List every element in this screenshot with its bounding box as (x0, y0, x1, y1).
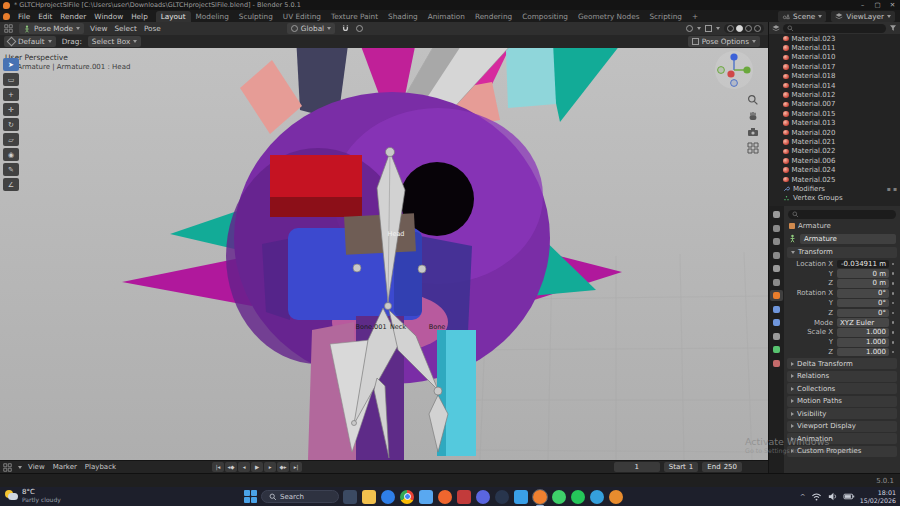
animate-property-button[interactable] (889, 351, 897, 354)
viewport-menu-item[interactable]: Pose (144, 24, 161, 33)
tool-button-annotate[interactable]: ✎ (3, 163, 19, 176)
properties-tab-modifiers[interactable] (770, 304, 783, 315)
workspace-tab[interactable]: Animation (423, 11, 470, 22)
menu-item[interactable]: Edit (34, 12, 56, 21)
viewlayer-selector[interactable]: ViewLayer (831, 11, 895, 22)
overlays-icon[interactable] (705, 25, 712, 32)
properties-search-input[interactable] (788, 210, 896, 219)
minimize-button[interactable]: – (855, 1, 870, 9)
animate-property-button[interactable] (889, 321, 897, 324)
visibility-toggles[interactable]: ▪▪ (887, 185, 897, 192)
close-button[interactable]: ✕ (885, 1, 900, 9)
transport-button[interactable]: ◂◆ (225, 462, 237, 472)
outliner-material-row[interactable]: Material.021 (783, 137, 900, 146)
outliner-material-row[interactable]: Material.020 (783, 128, 900, 137)
weather-widget[interactable]: 8°C Partly cloudy (5, 489, 61, 503)
workspace-tab[interactable]: Rendering (470, 11, 517, 22)
value-field[interactable]: -0.034911 m (837, 260, 889, 269)
workspace-tab[interactable]: Shading (383, 11, 423, 22)
maximize-button[interactable]: ▢ (870, 1, 885, 9)
taskbar-app-edge[interactable] (381, 490, 395, 504)
taskbar-app-whatsapp[interactable] (552, 490, 566, 504)
navigation-gizmo[interactable] (714, 50, 754, 92)
properties-tab-tool[interactable] (770, 209, 783, 220)
value-field[interactable]: 0° (837, 309, 889, 318)
panel-header[interactable]: Viewport Display (787, 421, 897, 432)
animate-property-button[interactable] (889, 282, 897, 285)
outliner-material-row[interactable]: Material.017 (783, 62, 900, 71)
editor-type-icon[interactable] (4, 24, 13, 33)
taskbar-app-telegram[interactable] (590, 490, 604, 504)
toggle-grid-icon[interactable] (747, 142, 759, 154)
tool-button-scale[interactable]: ▱ (3, 133, 19, 146)
panel-header[interactable]: Animation (787, 433, 897, 444)
workspace-tab[interactable]: Modeling (191, 11, 234, 22)
viewport-menu-item[interactable]: Select (114, 24, 137, 33)
menu-item[interactable]: Render (56, 12, 90, 21)
outliner-material-row[interactable]: Material.018 (783, 72, 900, 81)
tool-button-cursor[interactable]: + (3, 88, 19, 101)
properties-tab-physics[interactable] (770, 317, 783, 328)
shading-solid-icon[interactable] (736, 25, 743, 32)
timeline-menu-item[interactable]: View (28, 463, 45, 471)
taskbar-app-steam[interactable] (495, 490, 509, 504)
chevron-down-icon[interactable] (18, 466, 22, 469)
properties-tab-scene[interactable] (770, 263, 783, 274)
clock[interactable]: 18:01 15/02/2026 (860, 489, 896, 503)
outliner-material-row[interactable]: Material.013 (783, 119, 900, 128)
outliner-material-row[interactable]: Material.006 (783, 156, 900, 165)
panel-header[interactable]: Collections (787, 383, 897, 394)
properties-tab-view-layer[interactable] (770, 250, 783, 261)
properties-tab-output[interactable] (770, 236, 783, 247)
taskbar-app-file-explorer[interactable] (362, 490, 376, 504)
properties-tab-object-data[interactable] (770, 344, 783, 355)
tray-overflow-chevron[interactable]: ^ (800, 493, 806, 501)
current-frame-field[interactable]: 1 (614, 462, 660, 472)
value-field[interactable]: 0 m (837, 279, 889, 288)
workspace-tab[interactable]: Compositing (517, 11, 573, 22)
wifi-icon[interactable] (811, 491, 822, 502)
outliner-search-input[interactable] (783, 24, 886, 33)
taskbar-app-vlc[interactable] (609, 490, 623, 504)
panel-header[interactable]: Motion Paths (787, 396, 897, 407)
value-field[interactable]: 1.000 (837, 328, 889, 337)
taskbar-app-task-view[interactable] (343, 490, 357, 504)
pose-options-dropdown[interactable]: Pose Options (688, 36, 760, 47)
menu-item[interactable]: Help (127, 12, 152, 21)
menu-item[interactable]: Window (90, 12, 127, 21)
workspace-tab[interactable]: Geometry Nodes (573, 11, 645, 22)
workspace-tab[interactable]: Texture Paint (326, 11, 383, 22)
volume-icon[interactable] (827, 491, 838, 502)
shading-rendered-icon[interactable] (754, 25, 761, 32)
viewport-menu-item[interactable]: View (90, 24, 107, 33)
properties-tab-object[interactable] (770, 290, 783, 301)
battery-icon[interactable] (843, 491, 855, 502)
timeline-menu-item[interactable]: Playback (85, 463, 116, 471)
outliner-material-row[interactable]: Material.022 (783, 147, 900, 156)
scene-selector[interactable]: Scene (778, 11, 826, 22)
outliner-material-row[interactable]: Material.012 (783, 90, 900, 99)
taskbar-search[interactable]: Search (261, 490, 339, 503)
snap-magnet-icon[interactable] (341, 24, 350, 33)
taskbar-app-firefox[interactable] (438, 490, 452, 504)
orientation-dropdown[interactable]: Global (287, 23, 335, 34)
outliner-vertex-groups-row[interactable]: Vertex Groups (783, 194, 900, 203)
properties-tab-constraints[interactable] (770, 331, 783, 342)
taskbar-app-chrome[interactable] (400, 490, 414, 504)
transport-button[interactable]: ▸ (264, 462, 276, 472)
proportional-editing-icon[interactable] (356, 25, 363, 32)
outliner-material-row[interactable]: Material.023 (783, 34, 900, 43)
panel-header[interactable]: Custom Properties (787, 446, 897, 457)
outliner-material-row[interactable]: Material.024 (783, 165, 900, 174)
animate-property-button[interactable] (889, 302, 897, 305)
show-gizmo-icon[interactable] (686, 25, 693, 32)
transport-button[interactable]: ◂ (238, 462, 250, 472)
taskbar-app-blender[interactable] (533, 490, 547, 504)
drag-mode-dropdown[interactable]: Select Box (88, 36, 141, 47)
outliner-modifiers-row[interactable]: Modifiers ▪▪ (783, 184, 900, 193)
workspace-tab[interactable]: Layout (156, 11, 191, 22)
zoom-icon[interactable] (747, 94, 759, 106)
outliner-material-row[interactable]: Material.010 (783, 53, 900, 62)
taskbar-app-vscode[interactable] (514, 490, 528, 504)
workspace-tab[interactable]: Scripting (644, 11, 686, 22)
